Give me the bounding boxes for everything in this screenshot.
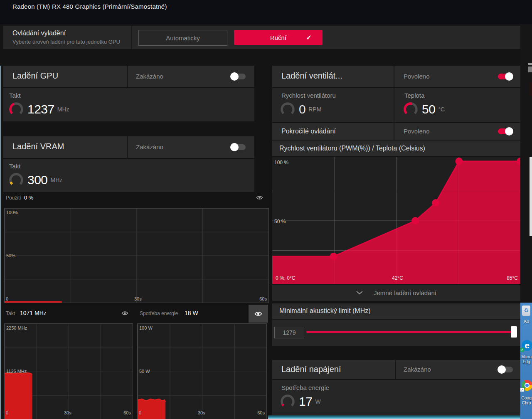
power-draw-value: 17	[299, 394, 312, 409]
fan-speed-gauge-icon	[280, 101, 296, 117]
power-monitor-value: 18 W	[185, 310, 198, 316]
vram-tuning-state: Zakázáno	[136, 143, 163, 150]
temperature-cell: Teplota 50 °C	[394, 88, 520, 122]
recycle-bin-label: Ko	[521, 319, 532, 324]
gpu-tuning-state-cell: Zakázáno	[128, 66, 254, 87]
fan-ytick-50: 50 %	[274, 219, 286, 224]
usage-label: Použití	[6, 195, 21, 201]
background-window-sliver	[530, 82, 532, 96]
eye-icon	[254, 311, 262, 317]
fan-tuning-header: Ladění ventilát...	[272, 66, 394, 87]
fan-tuning-state-cell: Povoleno	[394, 66, 520, 87]
clock-label: Takt	[6, 311, 15, 316]
power-history-chart: 100 W 50 W 0 30s 60s	[137, 323, 267, 419]
vram-tuning-header: Ladění VRAM	[3, 136, 127, 158]
background-window-edge	[268, 415, 520, 419]
recycle-glyph: ♻	[524, 307, 529, 313]
manual-tuning-button[interactable]: Ruční ✓	[234, 30, 323, 45]
gpu-tuning-toggle[interactable]	[231, 74, 246, 79]
window-title: Radeon (TM) RX 480 Graphics (Primární/Sa…	[12, 3, 167, 10]
gpu-tuning-title: Ladění GPU	[12, 71, 58, 81]
fine-tuning-label: Jemné ladění ovládání	[374, 289, 436, 296]
power-draw-gauge-icon	[280, 394, 296, 409]
acoustic-limit-slider-handle[interactable]	[511, 326, 517, 338]
fan-speed-unit: RPM	[308, 106, 321, 113]
usage-history-chart: 100% 50% 0 30s 60s	[4, 208, 269, 303]
microsoft-edge-icon[interactable]: e ✓	[522, 340, 532, 351]
clock-ytick-mid: 1125 MHz	[6, 369, 27, 374]
power-tuning-title: Ladění napájení	[281, 365, 341, 374]
power-xtick-mid: 30s	[198, 410, 205, 415]
desktop-strip: ♻ Ko e ✓ Micro Edg ➚ Goog Chro	[520, 303, 532, 419]
toggle-knob	[505, 127, 513, 136]
usage-xtick-max: 60s	[259, 296, 267, 301]
background-window-sliver	[530, 157, 532, 236]
recycle-bin-icon[interactable]: ♻	[522, 306, 530, 316]
vram-tuning-toggle[interactable]	[231, 144, 246, 150]
fan-tuning-state: Povoleno	[404, 73, 430, 80]
clock-ytick-zero: 0	[6, 410, 8, 415]
chrome-hub	[525, 383, 530, 388]
shortcut-arrow-badge: ➚	[520, 388, 524, 392]
acoustic-limit-title: Minimální akustický limit (MHz)	[279, 307, 371, 315]
temperature-label: Teplota	[404, 92, 424, 99]
tuning-control-title: Ovládání vyladění	[12, 30, 66, 37]
toggle-knob	[505, 72, 513, 81]
fan-speed-cell: Rychlost ventilátoru 0 RPM	[272, 88, 394, 122]
eye-icon	[121, 311, 128, 316]
gpu-tuning-body: Takt 1237 MHz	[3, 88, 254, 121]
vram-tuning-title: Ladění VRAM	[12, 142, 64, 151]
clock-visibility-button[interactable]	[120, 309, 130, 317]
chrome-label-2: Chro	[521, 401, 532, 406]
gpu-clock-label: Takt	[9, 92, 21, 99]
auto-tuning-button[interactable]: Automaticky	[138, 30, 227, 46]
power-tuning-toggle[interactable]	[498, 367, 513, 372]
radeon-wattman-window: Radeon (TM) RX 480 Graphics (Primární/Sa…	[0, 0, 532, 419]
temperature-value: 50	[422, 102, 435, 116]
usage-visibility-button[interactable]	[254, 194, 264, 201]
advanced-control-state-cell: Povoleno	[394, 123, 520, 140]
clock-xtick-mid: 30s	[64, 410, 71, 415]
power-monitor-label: Spotřeba energie	[140, 311, 178, 316]
auto-tuning-label: Automaticky	[166, 35, 200, 42]
google-chrome-icon[interactable]: ➚	[522, 380, 532, 391]
fan-chart-title-row: Rychlost ventilátoru (PWM(%)) / Teplota …	[272, 140, 520, 156]
acoustic-limit-header: Minimální akustický limit (MHz)	[272, 303, 520, 319]
gpu-tuning-state: Zakázáno	[136, 73, 163, 80]
edge-label-2: Edg	[521, 360, 532, 365]
power-visibility-button[interactable]	[249, 305, 268, 323]
temperature-gauge-icon	[403, 101, 419, 117]
advanced-control-toggle[interactable]	[498, 128, 513, 134]
acoustic-limit-input[interactable]	[274, 327, 304, 338]
vram-tuning-state-cell: Zakázáno	[128, 136, 254, 158]
vram-clock-label: Takt	[9, 163, 21, 170]
fan-xtick-85: 85°C	[507, 275, 518, 281]
fan-xtick-42: 42°C	[392, 275, 403, 281]
power-ytick-zero: 0	[139, 410, 141, 415]
fan-curve-svg[interactable]	[272, 157, 520, 284]
vram-clock-value: 300	[27, 173, 48, 187]
fan-chart-title: Rychlost ventilátoru (PWM(%)) / Teplota …	[279, 145, 425, 152]
power-tuning-body: Spotřeba energie 17 W	[272, 380, 520, 415]
acoustic-limit-slider-track[interactable]	[306, 331, 516, 333]
vram-tuning-body: Takt 300 MHz	[3, 159, 254, 192]
fan-tuning-toggle[interactable]	[498, 74, 513, 79]
fine-tuning-expander[interactable]: Jemné ladění ovládání	[272, 285, 520, 301]
gpu-clock-unit: MHz	[57, 106, 69, 113]
acoustic-limit-body	[272, 320, 520, 346]
fan-curve-chart[interactable]: 100 % 50 % 0 %, 0°C 42°C 85°C	[272, 157, 520, 284]
eye-icon	[256, 195, 263, 200]
power-tuning-state-cell: Zakázáno	[396, 360, 520, 379]
power-ytick-mid: 50 W	[139, 369, 150, 374]
fan-ytick-100: 100 %	[274, 160, 288, 165]
power-tuning-header: Ladění napájení	[272, 360, 395, 379]
power-draw-label: Spotřeba energie	[281, 384, 329, 391]
edge-check-badge: ✓	[520, 348, 525, 352]
tuning-control-tile: Ovládání vyladění Vyberte úroveň ladění …	[3, 26, 520, 49]
advanced-control-state: Povoleno	[404, 128, 430, 135]
tuning-control-subtitle: Vyberte úroveň ladění pro tuto jednotku …	[12, 39, 120, 45]
titlebar: Radeon (TM) RX 480 Graphics (Primární/Sa…	[0, 0, 532, 24]
power-tuning-state: Zakázáno	[404, 366, 431, 373]
check-icon: ✓	[306, 34, 312, 42]
gpu-tuning-header: Ladění GPU	[3, 66, 127, 87]
